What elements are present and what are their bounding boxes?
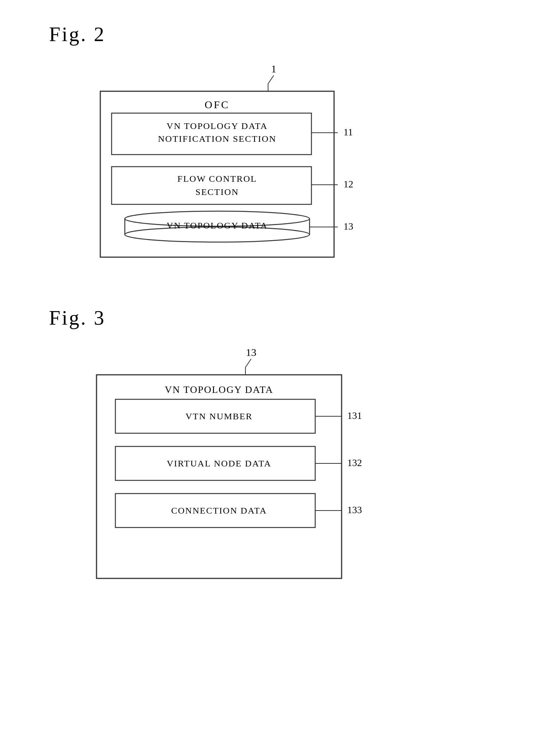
ref-131-label: 131	[347, 410, 362, 421]
fig2-diagram: 1 OFC VN TOPOLOGY DATA NOTIFICATION SECT…	[32, 57, 523, 276]
vn-notification-text-2: NOTIFICATION SECTION	[158, 134, 276, 144]
ref-1-label: 1	[271, 63, 276, 75]
vn-topology-title: VN TOPOLOGY DATA	[165, 384, 273, 395]
ref-11-label: 11	[343, 127, 353, 138]
fig2-title: Fig. 2	[49, 23, 525, 46]
ref-13-label: 13	[343, 221, 353, 232]
vn-topology-outer-box	[97, 375, 342, 578]
vn-notification-text-1: VN TOPOLOGY DATA	[167, 121, 268, 131]
vn-topology-data-text: VN TOPOLOGY DATA	[167, 221, 268, 230]
connection-data-text: CONNECTION DATA	[171, 506, 267, 515]
fig2-section: Fig. 2 1 OFC VN TOPOLOGY DATA NOTIFICATI…	[30, 23, 525, 276]
flow-control-box	[112, 167, 311, 204]
fig3-diagram: 13 VN TOPOLOGY DATA VTN NUMBER 131 VIRTU…	[32, 341, 523, 597]
flow-control-text-1: FLOW CONTROL	[178, 174, 257, 184]
ofc-label: OFC	[205, 99, 230, 110]
svg-line-0	[268, 75, 274, 84]
virtual-node-text: VIRTUAL NODE DATA	[167, 459, 271, 468]
ref-133-label: 133	[347, 505, 362, 515]
fig3-title: Fig. 3	[49, 306, 525, 330]
fig3-section: Fig. 3 13 VN TOPOLOGY DATA VTN NUMBER 13…	[30, 306, 525, 597]
svg-line-2	[245, 359, 251, 367]
ref-12-label: 12	[343, 179, 353, 190]
flow-control-text-2: SECTION	[195, 187, 239, 197]
ref-132-label: 132	[347, 457, 362, 468]
ref-13-top-label: 13	[246, 347, 256, 358]
vtn-number-text: VTN NUMBER	[186, 411, 253, 421]
